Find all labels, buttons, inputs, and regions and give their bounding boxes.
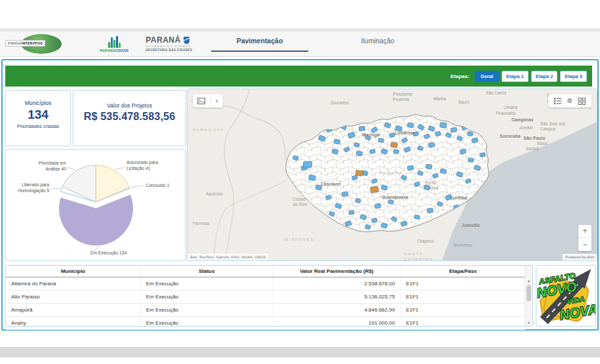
etapas-label: Etapas: [450, 73, 470, 79]
map-attribution: Esri, TomTom, Garmin, FAO, NOAA, USGS [188, 254, 268, 260]
map-label: Asunción [206, 192, 223, 196]
map-label: São Carlos [486, 91, 506, 95]
map-label: Piracicaba [496, 111, 515, 115]
legend-icon[interactable] [554, 98, 561, 104]
status-pie-chart-card: Autorizado paraLicitação 41Concluído 1Em… [5, 149, 186, 261]
municipality-shape[interactable] [480, 152, 486, 157]
zoom-in-button[interactable]: + [578, 225, 591, 238]
municipality-shape[interactable] [359, 126, 365, 131]
map-label: São Paulo [523, 136, 546, 140]
column-etapa[interactable]: Etapa/Fase [401, 266, 525, 277]
tab-iluminacao[interactable]: Iluminação [346, 37, 409, 45]
map-label: Campinas [511, 117, 534, 123]
municipality-shape[interactable] [393, 149, 399, 153]
table-row[interactable]: Altamira do ParanáEm Execução2.538.678,0… [6, 277, 525, 291]
table-cell: Em Execução [140, 277, 273, 291]
table-cell: Amaporã [6, 304, 140, 317]
municipality-shape[interactable] [468, 131, 473, 136]
municipality-shape[interactable] [439, 123, 447, 129]
map-label: Bauru [458, 100, 470, 104]
table-scrollbar[interactable]: ▲ ▼ [525, 266, 532, 326]
municipality-shape[interactable] [450, 127, 457, 132]
etapa-button-geral[interactable]: Geral [475, 71, 499, 82]
tab-pavimentacao[interactable]: Pavimentação [211, 37, 308, 45]
basemap-gallery-button[interactable]: ∨ [193, 94, 223, 108]
zoom-out-button[interactable]: − [578, 238, 591, 251]
pie-leader-line [68, 167, 75, 170]
scroll-down-arrow[interactable]: ▼ [525, 319, 532, 326]
pie-callout-label: Liberado paraHomologação 5 [18, 182, 49, 193]
municipality-shape[interactable] [407, 123, 414, 128]
etapa-button-2[interactable]: Etapa 2 [531, 71, 558, 82]
municipality-shape[interactable] [378, 138, 384, 142]
table-cell: 4.846.662,99 [273, 304, 401, 317]
basemap-grid-icon[interactable] [578, 98, 586, 105]
logo-row: PARANÁINTERATIVO PARANÁCIDADE PARANÁ GOV… [5, 33, 192, 55]
table-row[interactable]: AnahyEm Execução191.000,00E1F1 [6, 317, 525, 330]
etapa-button-1[interactable]: Etapa 1 [502, 71, 529, 82]
kpi-valor-card: Valor dos Projetos R$ 535.478.583,56 [73, 90, 186, 146]
table-row[interactable]: AmaporãEm Execução4.846.662,99E1F1 [6, 304, 525, 317]
municipality-shape[interactable] [388, 199, 394, 204]
column-valor[interactable]: Valor Real Pavimentação (R$) [273, 266, 401, 277]
column-status[interactable]: Status [140, 266, 273, 277]
status-pie-chart[interactable]: Autorizado paraLicitação 41Concluído 1Em… [6, 150, 186, 260]
pie-leader-line [50, 188, 60, 189]
map-label: Santos [526, 146, 539, 151]
logo-text: CIDADE [115, 49, 129, 52]
pie-slice-1[interactable] [96, 165, 129, 202]
municipality-shape[interactable] [303, 161, 312, 168]
municipality-shape[interactable] [428, 142, 435, 148]
chevron-down-icon[interactable]: ∨ [215, 98, 218, 104]
municipality-shape[interactable] [414, 214, 420, 219]
table-row[interactable]: Alto ParaísoEm Execução5.136.025,75E1F1 [6, 291, 525, 304]
pie-callout-label: Prioridade emAnálise 40 [39, 161, 67, 171]
asfalto-novo-logo-card: ASFALTO NOVO VIDA NOVA [536, 265, 596, 327]
asfalto-novo-vida-nova-logo: ASFALTO NOVO VIDA NOVA [536, 266, 595, 326]
municipios-table-card: Município Status Valor Real Pavimentação… [5, 265, 533, 327]
municipality-shape[interactable] [390, 142, 397, 148]
parana-map[interactable]: DouradosPARAGUAYAsunciónFormosaMISIONESC… [188, 89, 597, 260]
pie-callout-label: Em Execução 134 [90, 251, 127, 256]
pie-slice-3[interactable] [59, 195, 132, 245]
municipality-shape[interactable] [349, 210, 355, 214]
map-label: PARAGUAY [193, 128, 224, 132]
municipality-shape[interactable] [426, 164, 432, 169]
map-label: Mauá [537, 141, 548, 146]
parana-interativo-logo: PARANÁINTERATIVO [5, 33, 83, 54]
shield-icon [183, 36, 190, 45]
map-label: Ciudaddel Este [292, 197, 308, 207]
scroll-up-arrow[interactable]: ▲ [525, 277, 532, 284]
divider [210, 97, 210, 105]
table-cell: E1F1 [401, 291, 525, 304]
municipality-shape[interactable] [381, 223, 388, 228]
column-municipio[interactable]: Município [6, 266, 140, 277]
scrollbar-thumb[interactable] [527, 285, 531, 301]
table-cell: 191.000,00 [273, 317, 401, 330]
logo-text: PARANÁ [8, 41, 22, 45]
logo-text-bold: INTERATIVO [22, 41, 43, 45]
map-label: Formosa [193, 221, 209, 226]
municipality-shape[interactable] [334, 139, 340, 144]
map-label: Curitiba [450, 195, 468, 200]
pie-callout-label: Concluído 1 [146, 183, 169, 188]
app-header: PARANÁINTERATIVO PARANÁCIDADE PARANÁ GOV… [0, 31, 600, 57]
municipality-shape[interactable] [342, 192, 348, 197]
municipality-shape[interactable] [370, 186, 378, 193]
gear-icon[interactable]: ⚙ [567, 98, 573, 104]
pie-leader-line [115, 167, 125, 169]
municipality-shape[interactable] [308, 175, 315, 181]
municipios-table: Município Status Valor Real Pavimentação… [6, 266, 525, 330]
table-cell: 5.136.025,75 [273, 291, 401, 304]
municipality-shape[interactable] [355, 171, 363, 176]
bottom-gray-band [0, 347, 600, 357]
etapa-button-3[interactable]: Etapa 3 [560, 71, 587, 82]
map-label: Marília [433, 96, 446, 101]
municipality-shape[interactable] [468, 157, 474, 162]
municipality-shape[interactable] [407, 165, 414, 171]
municipality-shape[interactable] [427, 208, 433, 213]
table-cell: Altamira do Paraná [6, 277, 140, 291]
map-label: Londrina [395, 131, 414, 135]
tab-label: Pavimentação [237, 37, 283, 45]
municipality-shape[interactable] [356, 151, 363, 156]
